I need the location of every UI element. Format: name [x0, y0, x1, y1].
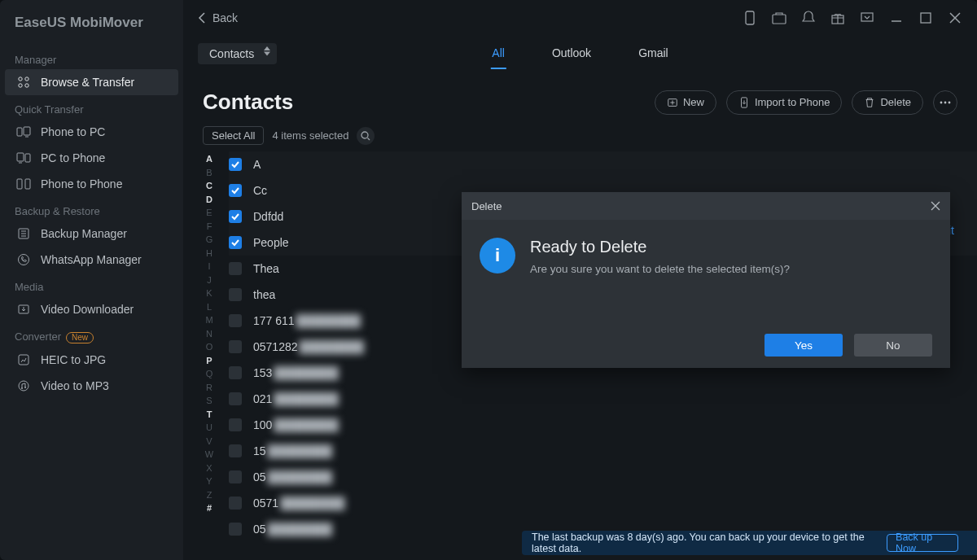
checkbox[interactable] — [229, 366, 242, 379]
sidebar-item-label: PC to Phone — [41, 151, 105, 164]
sidebar-item-browse-transfer[interactable]: Browse & Transfer — [5, 69, 178, 95]
tab-all[interactable]: All — [490, 38, 506, 69]
tab-outlook[interactable]: Outlook — [550, 38, 593, 69]
category-select[interactable]: Contacts — [198, 43, 277, 64]
alpha-M[interactable]: M — [201, 314, 217, 326]
dialog-title: Delete — [471, 200, 502, 212]
contact-row[interactable]: 100████████ — [229, 412, 977, 438]
dropdown-icon[interactable] — [860, 11, 874, 25]
alpha-J[interactable]: J — [201, 274, 217, 286]
svg-rect-21 — [921, 13, 931, 23]
alpha-K[interactable]: K — [201, 287, 217, 299]
delete-button[interactable]: Delete — [852, 90, 923, 115]
alpha-S[interactable]: S — [201, 395, 217, 406]
sidebar-item-whatsapp-manager[interactable]: WhatsApp Manager — [5, 247, 178, 273]
alpha-P[interactable]: P — [201, 355, 217, 366]
alpha-T[interactable]: T — [201, 409, 217, 420]
sidebar-item-phone-to-pc[interactable]: Phone to PC — [5, 119, 178, 145]
alpha-I[interactable]: I — [201, 260, 217, 272]
svg-point-14 — [19, 381, 28, 391]
dialog-no-button[interactable]: No — [854, 334, 932, 357]
phone-pc-icon — [16, 125, 31, 139]
alpha-E[interactable]: E — [201, 207, 217, 218]
alpha-Z[interactable]: Z — [201, 489, 217, 501]
alpha-B[interactable]: B — [201, 167, 217, 178]
contact-row[interactable]: 05████████ — [229, 464, 977, 490]
more-button[interactable] — [933, 90, 957, 115]
alpha-R[interactable]: R — [201, 382, 217, 393]
sidebar-item-phone-to-phone[interactable]: Phone to Phone — [5, 171, 178, 197]
alpha-V[interactable]: V — [201, 435, 217, 447]
dialog-titlebar[interactable]: Delete — [462, 192, 950, 220]
mp3-icon — [16, 378, 31, 393]
contact-row[interactable]: 15████████ — [229, 438, 977, 464]
checkbox[interactable] — [229, 236, 242, 249]
svg-point-26 — [949, 101, 951, 103]
checkbox[interactable] — [229, 444, 242, 457]
alpha-O[interactable]: O — [201, 341, 217, 352]
svg-rect-13 — [19, 355, 28, 365]
alpha-G[interactable]: G — [201, 234, 217, 245]
alpha-F[interactable]: F — [201, 221, 217, 232]
dialog-yes-button[interactable]: Yes — [765, 334, 843, 357]
contact-row[interactable]: A — [229, 151, 977, 177]
import-icon — [738, 97, 750, 108]
contact-row[interactable]: 021████████ — [229, 386, 977, 412]
minimize-icon[interactable] — [889, 11, 904, 25]
select-all-button[interactable]: Select All — [203, 126, 264, 145]
checkbox[interactable] — [229, 418, 242, 431]
backup-now-button[interactable]: Back up Now — [887, 534, 958, 552]
svg-rect-7 — [25, 154, 30, 162]
checkbox[interactable] — [229, 523, 242, 536]
search-button[interactable] — [357, 127, 375, 145]
alpha-W[interactable]: W — [201, 448, 217, 460]
checkbox[interactable] — [229, 210, 242, 223]
checkbox[interactable] — [229, 314, 242, 327]
checkbox[interactable] — [229, 184, 242, 197]
alpha-U[interactable]: U — [201, 422, 217, 433]
back-button[interactable]: Back — [198, 11, 238, 24]
alpha-N[interactable]: N — [201, 328, 217, 339]
backup-banner: The last backup was 8 day(s) ago. You ca… — [522, 531, 977, 555]
alpha-D[interactable]: D — [201, 194, 217, 205]
alpha-index[interactable]: ABCDEFGHIJKLMNOPQRSTUVWXYZ# — [201, 151, 217, 560]
checkbox[interactable] — [229, 497, 242, 510]
alpha-L[interactable]: L — [201, 301, 217, 313]
alpha-#[interactable]: # — [201, 502, 217, 514]
redacted-text: ████████ — [274, 418, 338, 431]
contact-name: 153 — [253, 366, 272, 379]
sidebar-item-video-to-mp3[interactable]: Video to MP3 — [5, 373, 178, 399]
checkbox[interactable] — [229, 392, 242, 405]
alpha-X[interactable]: X — [201, 462, 217, 474]
sidebar-item-label: HEIC to JPG — [41, 353, 106, 366]
sidebar-item-pc-to-phone[interactable]: PC to Phone — [5, 145, 178, 171]
tab-gmail[interactable]: Gmail — [637, 38, 670, 69]
checkbox[interactable] — [229, 288, 242, 301]
new-button[interactable]: New — [655, 90, 716, 115]
sidebar-item-heic-to-jpg[interactable]: HEIC to JPG — [5, 347, 178, 373]
checkbox[interactable] — [229, 340, 242, 353]
alpha-H[interactable]: H — [201, 247, 217, 259]
svg-point-11 — [19, 255, 29, 265]
sidebar-item-backup-manager[interactable]: Backup Manager — [5, 221, 178, 247]
maximize-icon[interactable] — [918, 11, 933, 25]
bell-icon[interactable] — [801, 11, 816, 25]
contact-name: 0571 — [253, 497, 278, 510]
checkbox[interactable] — [229, 262, 242, 275]
alpha-Q[interactable]: Q — [201, 368, 217, 379]
contact-row[interactable]: 0571████████ — [229, 490, 977, 516]
checkbox[interactable] — [229, 158, 242, 171]
dialog-close-button[interactable] — [931, 201, 940, 211]
sidebar-item-label: Video to MP3 — [41, 379, 109, 392]
alpha-Y[interactable]: Y — [201, 475, 217, 487]
import-button[interactable]: Import to Phone — [726, 90, 843, 115]
checkbox[interactable] — [229, 470, 242, 483]
sidebar-item-video-downloader[interactable]: Video Downloader — [5, 296, 178, 322]
close-icon[interactable] — [948, 11, 962, 25]
contact-name: A — [253, 158, 261, 171]
alpha-A[interactable]: A — [201, 153, 217, 164]
device-icon[interactable] — [743, 11, 757, 25]
gift-icon[interactable] — [830, 11, 845, 25]
alpha-C[interactable]: C — [201, 180, 217, 191]
briefcase-icon[interactable] — [772, 11, 786, 25]
